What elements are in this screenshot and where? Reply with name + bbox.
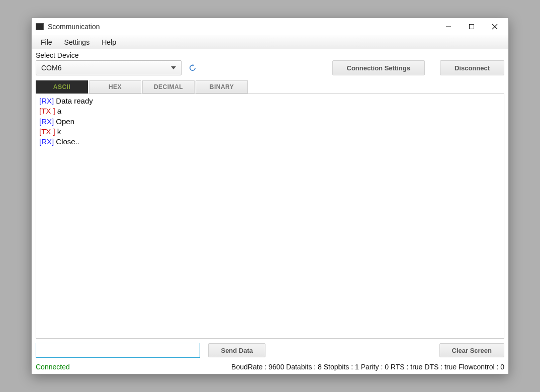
svg-line-3	[492, 24, 497, 29]
log-line: [TX ] k	[39, 127, 501, 137]
titlebar: Scommunication	[32, 18, 508, 35]
device-selected-value: COM6	[41, 64, 61, 72]
tab-decimal[interactable]: DECIMAL	[142, 80, 195, 93]
log-message: a	[55, 107, 62, 115]
menubar: File Settings Help	[32, 35, 508, 49]
device-combobox[interactable]: COM6	[36, 60, 182, 75]
rx-prefix: [RX]	[39, 117, 54, 126]
log-message: k	[55, 127, 61, 136]
window-controls	[437, 19, 506, 34]
connection-settings-button[interactable]: Connection Settings	[332, 60, 425, 75]
disconnect-button[interactable]: Disconnect	[440, 60, 504, 75]
window-title: Scommunication	[48, 23, 437, 31]
port-info: BoudRate : 9600 Databits : 8 Stopbits : …	[231, 363, 504, 371]
close-button[interactable]	[483, 19, 506, 34]
rx-prefix: [RX]	[39, 137, 54, 146]
log-line: [RX] Close..	[39, 137, 501, 147]
select-device-label: Select Device	[36, 51, 504, 59]
menu-help[interactable]: Help	[97, 36, 121, 48]
tab-ascii[interactable]: ASCII	[36, 80, 88, 93]
menu-settings[interactable]: Settings	[59, 36, 95, 48]
log-line: [RX] Open	[39, 117, 501, 127]
log-line: [TX ] a	[39, 106, 501, 116]
chevron-down-icon	[171, 66, 176, 69]
statusbar: Connected BoudRate : 9600 Databits : 8 S…	[32, 362, 508, 374]
tab-binary[interactable]: BINARY	[196, 80, 248, 93]
device-row: COM6 Connection Settings Disconnect	[36, 60, 504, 75]
clear-screen-button[interactable]: Clear Screen	[439, 343, 505, 357]
format-tabs: ASCII HEX DECIMAL BINARY	[36, 80, 504, 93]
tx-prefix: [TX ]	[39, 127, 55, 136]
app-window: Scommunication File Settings Help Select…	[31, 18, 509, 374]
log-message: Open	[54, 117, 74, 126]
menu-file[interactable]: File	[36, 36, 57, 48]
minimize-button[interactable]	[437, 19, 460, 34]
log-message: Data ready	[54, 96, 93, 105]
tab-hex[interactable]: HEX	[89, 80, 141, 93]
input-row: Send Data Clear Screen	[32, 339, 508, 362]
svg-marker-4	[193, 64, 194, 67]
connection-status: Connected	[36, 363, 70, 371]
rx-prefix: [RX]	[39, 96, 54, 105]
terminal-output[interactable]: [RX] Data ready[TX ] a[RX] Open[TX ] k[R…	[36, 93, 504, 339]
tx-prefix: [TX ]	[39, 107, 55, 115]
send-data-button[interactable]: Send Data	[208, 343, 265, 357]
maximize-button[interactable]	[460, 19, 483, 34]
toolbar: Select Device COM6 Connection Settings D…	[32, 49, 508, 75]
app-icon	[36, 23, 44, 30]
send-input[interactable]	[36, 343, 200, 358]
log-message: Close..	[54, 137, 79, 146]
log-line: [RX] Data ready	[39, 96, 501, 106]
svg-rect-1	[470, 25, 474, 29]
svg-line-2	[492, 24, 497, 29]
refresh-button[interactable]	[187, 62, 199, 74]
refresh-icon	[188, 63, 197, 72]
